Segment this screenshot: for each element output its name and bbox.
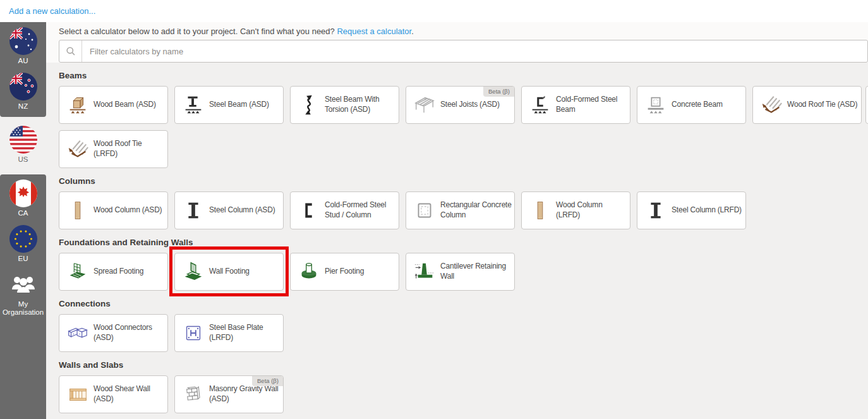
calculator-card-label: Steel Joists (ASD) [440, 100, 514, 110]
topbar: Add a new calculation... [0, 0, 868, 22]
calculator-card-wood-shear-wall-asd[interactable]: Wood Shear Wall (ASD) [59, 375, 168, 413]
sidebar-item-au[interactable]: AU [0, 22, 46, 68]
sidebar-item-label: My Organisation [1, 300, 45, 317]
ca-flag-icon [9, 179, 37, 207]
steel-beam-torsion-icon [297, 92, 321, 118]
sidebar-group: AUNZ [0, 22, 46, 117]
steel-beam-icon [181, 92, 205, 118]
rect-concrete-column-icon [413, 198, 437, 223]
sidebar-item-nz[interactable]: NZ [0, 68, 46, 113]
main-panel: Select a calculator below to add it to y… [46, 22, 868, 419]
calculator-card-wall-footing[interactable]: Wall Footing [174, 253, 284, 291]
sidebar-item-label: NZ [18, 102, 28, 111]
calculator-card-spread-footing[interactable]: Spread Footing [59, 253, 168, 291]
calculator-card-label: Wood Column (ASD) [93, 205, 167, 216]
calculator-card-cold-formed-steel-beam[interactable]: Cold-Formed Steel Beam [521, 86, 630, 124]
card-row: Spread FootingWall FootingPier FootingCa… [59, 253, 868, 291]
card-row: Wood Column (ASD)Steel Column (ASD)Cold-… [59, 191, 868, 229]
wood-beam-icon [66, 92, 90, 118]
calculator-card-label: Wood Shear Wall (ASD) [93, 384, 167, 404]
calculator-card-cold-formed-steel-stud-column[interactable]: Cold-Formed Steel Stud / Column [290, 191, 399, 229]
sidebar-item-org[interactable]: My Organisation [0, 265, 46, 319]
calculator-card-label: Rectangular Concrete Column [440, 200, 514, 220]
section-title: Columns [59, 176, 868, 186]
sidebar-item-label: CA [18, 209, 28, 217]
section-title: Foundations and Retaining Walls [59, 238, 868, 247]
org-people-icon [9, 270, 37, 298]
calculator-card-label: Masonry Gravity Wall (ASD) [209, 384, 283, 404]
calculator-card-rectangular-concrete-column[interactable]: Rectangular Concrete Column [406, 191, 515, 229]
calculator-card-cantilever-retaining-wall[interactable]: Cantilever Retaining Wall [406, 253, 515, 291]
sidebar-item-ca[interactable]: CA [0, 174, 46, 220]
prompt-suffix: . [411, 27, 414, 36]
sidebar-item-label: US [18, 155, 28, 164]
wood-roof-tie-icon [66, 137, 90, 162]
calculator-card-pier-footing[interactable]: Pier Footing [290, 253, 399, 291]
wood-shear-wall-icon [66, 382, 90, 407]
au-flag-icon [9, 27, 37, 55]
section-title: Connections [59, 299, 868, 308]
cold-formed-steel-beam-icon [528, 92, 552, 118]
masonry-gravity-wall-icon [181, 382, 205, 407]
calculator-card-label: Steel Beam (ASD) [209, 100, 283, 110]
concrete-beam-icon [644, 92, 668, 118]
calculator-card-steel-base-plate-lrfd[interactable]: Steel Base Plate (LRFD) [174, 314, 284, 352]
beta-badge: Beta (β) [483, 87, 514, 97]
wood-roof-tie-icon [759, 92, 783, 118]
calculator-card-label: Steel Column (LRFD) [672, 205, 745, 216]
steel-column-icon [181, 198, 205, 223]
calculator-card-wood-column-lrfd[interactable]: Wood Column (LRFD) [521, 191, 630, 229]
search-box [59, 40, 868, 63]
steel-base-plate-icon [181, 320, 205, 346]
eu-flag-icon [9, 225, 37, 253]
select-calculator-prompt: Select a calculator below to add it to y… [59, 27, 335, 36]
cantilever-retaining-wall-icon [413, 259, 437, 284]
calculator-card-wood-roof-tie-lrfd[interactable]: Wood Roof Tie (LRFD) [59, 130, 168, 168]
beta-badge: Beta (β) [252, 376, 283, 386]
card-row: Wood Connectors (ASD)Steel Base Plate (L… [59, 314, 868, 352]
section-title: Walls and Slabs [59, 360, 868, 370]
calculator-card-label: Steel Base Plate (LRFD) [209, 323, 283, 343]
spread-footing-icon [66, 259, 90, 284]
sidebar-item-us[interactable]: US [0, 121, 46, 166]
calculator-picker-page: Add a new calculation... AUNZUSCAEUMy Or… [0, 0, 868, 419]
calculator-card-label: Steel Beam With Torsion (ASD) [325, 95, 399, 114]
steel-column-icon [644, 198, 668, 223]
calculator-card-steel-joists-asd[interactable]: Steel Joists (ASD)Beta (β) [406, 86, 515, 124]
calculator-card-steel-column-asd[interactable]: Steel Column (ASD) [174, 191, 284, 229]
calculator-card-wood-roof-tie-asd[interactable]: Wood Roof Tie (ASD) [752, 86, 862, 124]
calculator-card-label: Wood Column (LRFD) [556, 200, 630, 220]
calculator-card-label: Wood Roof Tie (LRFD) [93, 139, 167, 159]
calculator-card-label: Cantilever Retaining Wall [440, 262, 514, 281]
section-title: Beams [59, 71, 868, 80]
request-calculator-link[interactable]: Request a calculator [337, 27, 411, 36]
card-row: Wood Shear Wall (ASD)Masonry Gravity Wal… [59, 375, 868, 413]
calculator-card-steel-beam-asd[interactable]: Steel Beam (ASD) [174, 86, 284, 124]
calculator-card-label: Spread Footing [93, 267, 167, 277]
cold-formed-steel-stud-icon [297, 198, 321, 223]
nz-flag-icon [9, 73, 37, 100]
add-new-calculation-link[interactable]: Add a new calculation... [9, 6, 95, 16]
sidebar-item-label: AU [18, 57, 28, 65]
calculator-card-wood-beam-asd[interactable]: Wood Beam (ASD) [59, 86, 168, 124]
filter-calculators-input[interactable] [82, 40, 867, 62]
calculator-card-wood-column-asd[interactable]: Wood Column (ASD) [59, 191, 168, 229]
partial-card[interactable] [865, 86, 868, 124]
wood-column-icon [66, 198, 90, 223]
calculator-card-steel-column-lrfd[interactable]: Steel Column (LRFD) [637, 191, 746, 229]
calculator-card-label: Concrete Beam [672, 100, 745, 110]
sidebar-group: CAEUMy Organisation [0, 174, 46, 419]
calculator-card-masonry-gravity-wall-asd[interactable]: Masonry Gravity Wall (ASD)Beta (β) [174, 375, 284, 413]
search-icon [59, 40, 82, 62]
sidebar-selected-region: US [0, 117, 46, 174]
calculator-card-concrete-beam[interactable]: Concrete Beam [637, 86, 746, 124]
calculator-card-label: Wood Roof Tie (ASD) [787, 100, 861, 110]
calculator-card-steel-beam-with-torsion-asd[interactable]: Steel Beam With Torsion (ASD) [290, 86, 399, 124]
wall-footing-icon [181, 259, 205, 284]
calculator-card-wood-connectors-asd[interactable]: Wood Connectors (ASD) [59, 314, 168, 352]
sidebar-item-eu[interactable]: EU [0, 220, 46, 265]
calculator-card-label: Cold-Formed Steel Stud / Column [325, 200, 399, 220]
wood-column-icon [528, 198, 552, 223]
calculator-card-label: Pier Footing [325, 267, 399, 277]
steel-joists-icon [413, 92, 437, 118]
